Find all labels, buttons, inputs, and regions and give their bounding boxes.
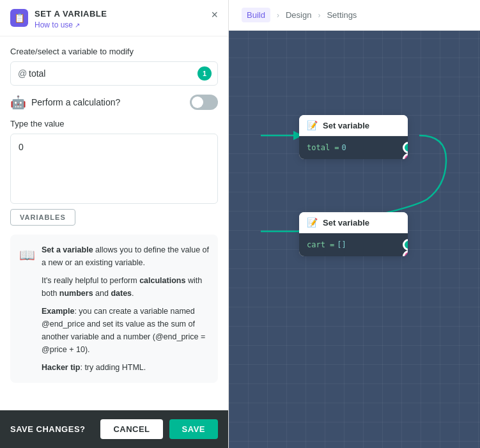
variable-input[interactable]: [10, 61, 218, 86]
variables-button[interactable]: VARIABLES: [10, 209, 75, 226]
node-1-code: total =: [307, 143, 339, 152]
help-para-1: Set a variable allows you to define the …: [42, 243, 209, 269]
help-para-1-bold: Set a variable: [42, 245, 93, 254]
help-text: Set a variable allows you to define the …: [42, 243, 209, 374]
panel-title-group: SET A VARIABLE How to use ↗: [35, 9, 107, 29]
calc-label: 🤖 Perform a calculation?: [10, 95, 120, 110]
node-2-body: cart = []: [299, 233, 408, 256]
flow-node-2[interactable]: 📝 Set variable cart = []: [299, 212, 408, 256]
panel-title: SET A VARIABLE: [35, 9, 107, 19]
node-2-title: Set variable: [323, 218, 369, 228]
node-1-header: 📝 Set variable: [299, 115, 408, 136]
panel-header-left: 📋 SET A VARIABLE How to use ↗: [10, 9, 107, 29]
variable-section: Create/select a variable to modify @ 1: [10, 47, 218, 86]
help-para-2: It's really helpful to perform calculati…: [42, 274, 209, 300]
panel-body: Create/select a variable to modify @ 1 🤖…: [0, 36, 228, 410]
node-1-bottom-connector[interactable]: [403, 153, 408, 159]
close-button[interactable]: ×: [211, 9, 218, 20]
panel-footer: SAVE CHANGES? CANCEL SAVE: [0, 410, 228, 448]
canvas-area: 📝 Set variable total = 0 📝 Set variable …: [229, 32, 480, 448]
variable-section-label: Create/select a variable to modify: [10, 47, 218, 56]
how-to-label: How to use: [35, 20, 73, 29]
nav-tab-design[interactable]: Design: [286, 10, 311, 20]
help-hacker-bold: Hacker tip: [42, 363, 80, 372]
value-section: Type the value 0 VARIABLES: [10, 119, 218, 226]
help-dates-bold: dates: [111, 289, 132, 298]
node-1-right-connector[interactable]: [403, 142, 408, 153]
variable-badge: 1: [197, 66, 212, 81]
at-symbol: @: [18, 68, 27, 79]
node-2-header: 📝 Set variable: [299, 212, 408, 233]
node-1-value: 0: [342, 143, 346, 152]
footer-buttons: CANCEL SAVE: [100, 419, 218, 439]
value-section-label: Type the value: [10, 119, 218, 128]
left-panel: 📋 SET A VARIABLE How to use ↗ × Create/s…: [0, 0, 229, 448]
variable-input-wrapper: @ 1: [10, 61, 218, 86]
how-to-link[interactable]: How to use ↗: [35, 20, 107, 29]
node-1-title: Set variable: [323, 121, 369, 130]
help-icon: 📖: [19, 245, 35, 374]
help-para-3: Example: you can create a variable named…: [42, 305, 209, 356]
cancel-button[interactable]: CANCEL: [100, 419, 162, 439]
nav-tab-build[interactable]: Build: [242, 8, 270, 22]
panel-icon: 📋: [10, 9, 28, 27]
save-button[interactable]: SAVE: [169, 419, 218, 439]
help-calculations-bold: calculations: [139, 276, 185, 285]
help-para-4: Hacker tip: try adding HTML.: [42, 361, 209, 374]
node-2-emoji: 📝: [307, 217, 318, 228]
nav-arrow-2: ›: [318, 11, 320, 20]
node-2-right-connector[interactable]: [403, 239, 408, 251]
right-panel: Build › Design › Settings 📝 Set var: [229, 0, 480, 448]
calc-emoji: 🤖: [10, 95, 26, 110]
save-changes-label: SAVE CHANGES?: [10, 424, 86, 434]
nav-arrow-1: ›: [277, 11, 279, 20]
panel-header: 📋 SET A VARIABLE How to use ↗ ×: [0, 0, 228, 36]
calc-toggle[interactable]: [190, 95, 218, 110]
node-2-code: cart =: [307, 240, 334, 249]
help-numbers-bold: numbers: [59, 289, 93, 298]
calc-label-text: Perform a calculation?: [31, 97, 120, 107]
top-nav: Build › Design › Settings: [229, 0, 480, 31]
node-2-value: []: [337, 240, 346, 249]
panel-icon-emoji: 📋: [14, 13, 25, 23]
help-box: 📖 Set a variable allows you to define th…: [10, 235, 218, 383]
node-2-bottom-connector[interactable]: [403, 251, 408, 256]
flow-node-1[interactable]: 📝 Set variable total = 0: [299, 115, 408, 159]
value-textarea[interactable]: 0: [10, 134, 218, 204]
nav-tab-settings[interactable]: Settings: [327, 10, 357, 20]
node-1-emoji: 📝: [307, 120, 318, 130]
node-1-body: total = 0: [299, 136, 408, 159]
external-link-icon: ↗: [75, 22, 80, 29]
help-example-bold: Example: [42, 307, 74, 316]
calc-row: 🤖 Perform a calculation?: [10, 95, 218, 110]
